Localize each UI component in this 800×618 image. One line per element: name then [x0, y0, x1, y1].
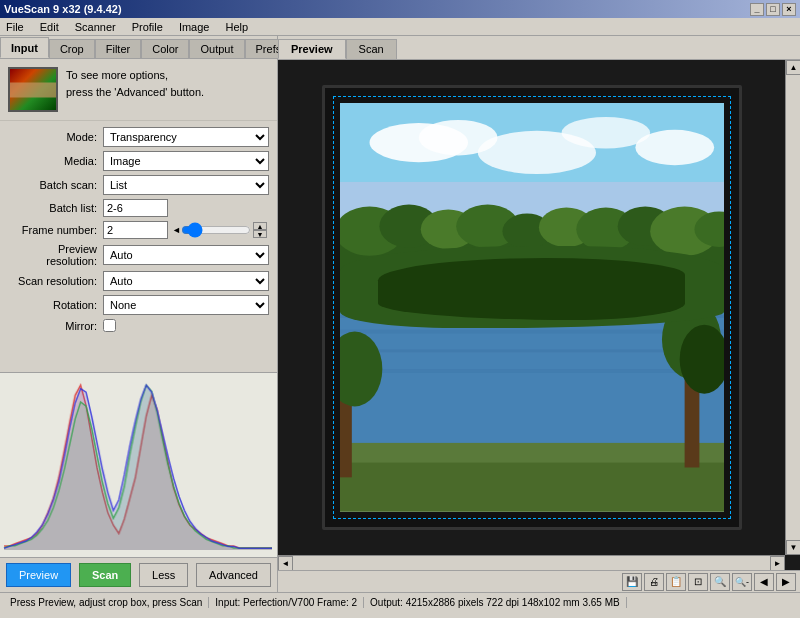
- status-middle: Input: Perfection/V700 Frame: 2: [209, 597, 364, 608]
- minimize-button[interactable]: _: [750, 3, 764, 16]
- mirror-checkbox-container: [103, 319, 269, 332]
- frame-number-input[interactable]: [103, 221, 168, 239]
- menu-file[interactable]: File: [2, 20, 28, 34]
- rotation-control: None 90 CW 90 CCW 180: [103, 295, 269, 315]
- batch-scan-select[interactable]: List None Fixed: [103, 175, 269, 195]
- tab-color[interactable]: Color: [141, 39, 189, 58]
- mode-select[interactable]: Transparency Flatbed Slide Negative: [103, 127, 269, 147]
- slider-left-icon: ◄: [172, 225, 181, 235]
- menu-profile[interactable]: Profile: [128, 20, 167, 34]
- next-icon[interactable]: ▶: [776, 573, 796, 591]
- maximize-button[interactable]: □: [766, 3, 780, 16]
- batch-list-input[interactable]: [103, 199, 168, 217]
- scroll-down-button[interactable]: ▼: [786, 540, 800, 555]
- print-icon[interactable]: 🖨: [644, 573, 664, 591]
- scan-resolution-select[interactable]: Auto 300 dpi 600 dpi 1200 dpi: [103, 271, 269, 291]
- zoom-out-icon[interactable]: 🔍-: [732, 573, 752, 591]
- scan-button[interactable]: Scan: [79, 563, 131, 587]
- menu-scanner[interactable]: Scanner: [71, 20, 120, 34]
- tab-input[interactable]: Input: [0, 37, 49, 58]
- mirror-row: Mirror:: [8, 319, 269, 332]
- app-title: VueScan 9 x32 (9.4.42): [4, 3, 122, 15]
- frame-number-row: Frame number: ◄ ▲ ▼: [8, 221, 269, 239]
- advanced-button[interactable]: Advanced: [196, 563, 271, 587]
- less-button[interactable]: Less: [139, 563, 188, 587]
- status-left: Press Preview, adjust crop box, press Sc…: [4, 597, 209, 608]
- media-select[interactable]: Image Film Slide: [103, 151, 269, 171]
- zoom-in-icon[interactable]: 🔍: [710, 573, 730, 591]
- mirror-checkbox[interactable]: [103, 319, 116, 332]
- media-control: Image Film Slide: [103, 151, 269, 171]
- scroll-left-button[interactable]: ◄: [278, 556, 293, 570]
- batch-scan-row: Batch scan: List None Fixed: [8, 175, 269, 195]
- scroll-track-h[interactable]: [293, 556, 770, 570]
- main-container: Input Crop Filter Color Output Prefs To …: [0, 36, 800, 592]
- batch-list-label: Batch list:: [8, 202, 103, 214]
- rotation-select[interactable]: None 90 CW 90 CCW 180: [103, 295, 269, 315]
- svg-rect-28: [610, 295, 649, 300]
- spin-down-button[interactable]: ▼: [253, 230, 267, 238]
- rotation-label: Rotation:: [8, 299, 103, 311]
- horizontal-scrollbar[interactable]: ◄ ►: [278, 555, 785, 570]
- slide-container: [288, 70, 775, 545]
- scan-resolution-label: Scan resolution:: [8, 275, 103, 287]
- vertical-scrollbar[interactable]: ▲ ▼: [785, 60, 800, 555]
- tab-preview[interactable]: Preview: [278, 39, 346, 59]
- mode-label: Mode:: [8, 131, 103, 143]
- close-button[interactable]: ×: [782, 3, 796, 16]
- scroll-right-button[interactable]: ►: [770, 556, 785, 570]
- info-line1: To see more options,: [66, 67, 204, 84]
- copy-icon[interactable]: 📋: [666, 573, 686, 591]
- spin-up-button[interactable]: ▲: [253, 222, 267, 230]
- tab-scan[interactable]: Scan: [346, 39, 397, 59]
- frame-number-inner: ◄ ▲ ▼: [103, 221, 269, 239]
- preview-resolution-control: Auto 72 dpi 150 dpi 300 dpi: [103, 245, 269, 265]
- preview-area: ▲ ▼ ◄ ►: [278, 60, 800, 570]
- prev-icon[interactable]: ◀: [754, 573, 774, 591]
- svg-rect-30: [340, 443, 724, 463]
- title-bar: VueScan 9 x32 (9.4.42) _ □ ×: [0, 0, 800, 18]
- frame-number-label: Frame number:: [8, 224, 103, 236]
- preview-resolution-select[interactable]: Auto 72 dpi 150 dpi 300 dpi: [103, 245, 269, 265]
- svg-point-26: [477, 271, 595, 295]
- frame-number-control: ◄ ▲ ▼: [103, 221, 269, 239]
- info-text: To see more options, press the 'Advanced…: [66, 67, 204, 100]
- scan-resolution-control: Auto 300 dpi 600 dpi 1200 dpi: [103, 271, 269, 291]
- preview-tabs: Preview Scan: [278, 36, 800, 60]
- scroll-track-v[interactable]: [786, 75, 800, 540]
- status-right: Output: 4215x2886 pixels 722 dpi 148x102…: [364, 597, 627, 608]
- left-tabs: Input Crop Filter Color Output Prefs: [0, 36, 277, 59]
- status-bar: Press Preview, adjust crop box, press Sc…: [0, 592, 800, 612]
- preview-resolution-label: Preview resolution:: [8, 243, 103, 267]
- zoom-fit-icon[interactable]: ⊡: [688, 573, 708, 591]
- menu-image[interactable]: Image: [175, 20, 214, 34]
- mirror-label: Mirror:: [8, 320, 103, 332]
- batch-list-control: [103, 199, 269, 217]
- info-box: To see more options, press the 'Advanced…: [0, 59, 277, 121]
- save-icon[interactable]: 💾: [622, 573, 642, 591]
- menu-edit[interactable]: Edit: [36, 20, 63, 34]
- mode-row: Mode: Transparency Flatbed Slide Negativ…: [8, 127, 269, 147]
- tab-filter[interactable]: Filter: [95, 39, 141, 58]
- form-area: Mode: Transparency Flatbed Slide Negativ…: [0, 121, 277, 372]
- scan-resolution-row: Scan resolution: Auto 300 dpi 600 dpi 12…: [8, 271, 269, 291]
- landscape-svg: [340, 103, 724, 512]
- rotation-row: Rotation: None 90 CW 90 CCW 180: [8, 295, 269, 315]
- scroll-up-button[interactable]: ▲: [786, 60, 800, 75]
- svg-rect-24: [340, 369, 724, 373]
- spin-buttons: ▲ ▼: [253, 222, 267, 238]
- frame-slider[interactable]: [181, 222, 251, 238]
- preview-button[interactable]: Preview: [6, 563, 71, 587]
- svg-rect-19: [340, 276, 724, 306]
- slide-image: [340, 103, 724, 512]
- menu-help[interactable]: Help: [221, 20, 252, 34]
- tab-crop[interactable]: Crop: [49, 39, 95, 58]
- tab-output[interactable]: Output: [189, 39, 244, 58]
- icon-inner: [10, 69, 56, 110]
- svg-rect-18: [340, 276, 724, 453]
- slide-frame: [322, 85, 742, 530]
- info-line2: press the 'Advanced' button.: [66, 84, 204, 101]
- svg-rect-21: [340, 315, 724, 318]
- batch-scan-control: List None Fixed: [103, 175, 269, 195]
- svg-point-6: [635, 130, 714, 165]
